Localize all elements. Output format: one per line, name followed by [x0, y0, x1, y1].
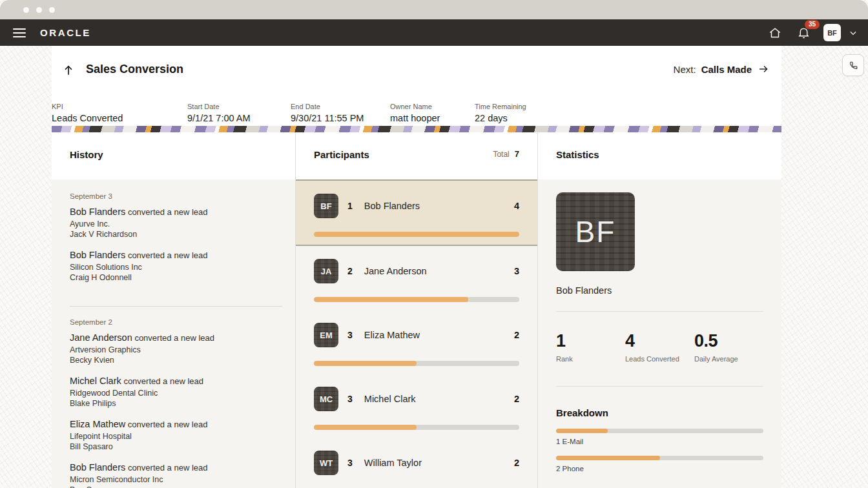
- participants-total-label: Total: [493, 150, 509, 159]
- stat-label: Leads Converted: [625, 355, 694, 363]
- history-entry-contact: Becky Kvien: [70, 355, 282, 365]
- stat-label: Rank: [556, 355, 625, 363]
- selected-participant-name: Bob Flanders: [556, 285, 763, 296]
- history-entry-action: Jane Anderson converted a new lead: [70, 332, 282, 343]
- participant-rank: 3: [347, 330, 353, 340]
- app-header: ORACLE 35 BF: [0, 19, 868, 46]
- history-title: History: [70, 149, 103, 160]
- breakdown-label: 1 E-Mail: [556, 438, 763, 445]
- history-entry-company: Micron Semiconductor Inc: [70, 474, 282, 485]
- stat-value: 4: [625, 331, 694, 351]
- breakdown-progress-track: [556, 456, 763, 460]
- chevron-down-icon: [849, 28, 858, 37]
- main-content: Sales Conversion Next: Calls Made KPI Le…: [52, 46, 781, 488]
- history-entry-company: Ridgewood Dental Clinic: [70, 388, 282, 398]
- breakdown-item: 2 Phone: [556, 456, 763, 473]
- participant-progress-fill: [314, 297, 468, 302]
- history-entry-company: Ayurve Inc.: [70, 219, 282, 229]
- window-close-dot[interactable]: [23, 7, 29, 13]
- participant-name: William Taylor: [364, 458, 422, 468]
- history-entry-action: Michel Clark converted a new lead: [70, 376, 282, 386]
- participant-score: 4: [514, 201, 519, 211]
- arrow-right-icon: [757, 63, 770, 75]
- participant-avatar: BF: [314, 194, 338, 218]
- kpi-field-label: Time Remaining: [475, 103, 526, 110]
- stat-item: 0.5 Daily Average: [694, 331, 763, 363]
- history-entry: Michel Clark converted a new lead Ridgew…: [70, 376, 282, 409]
- next-label: Next:: [674, 64, 696, 75]
- participant-progress-fill: [314, 425, 417, 430]
- participant-row[interactable]: WT 3 William Taylor 2: [296, 438, 537, 488]
- participant-score: 2: [514, 394, 519, 404]
- participant-row[interactable]: BF 1 Bob Flanders 4: [296, 179, 537, 246]
- history-entry-actor: Eliza Mathew: [70, 419, 125, 429]
- divider: [556, 311, 763, 312]
- history-entry-action: Bob Flanders converted a new lead: [70, 462, 282, 473]
- history-entry-actor: Bob Flanders: [70, 250, 125, 260]
- history-entry: Bob Flanders converted a new lead Micron…: [70, 462, 282, 488]
- phone-panel-tab[interactable]: [842, 54, 864, 76]
- history-entry-contact: Blake Philips: [70, 398, 282, 409]
- kpi-field-value: 9/1/21 7:00 AM: [187, 113, 251, 123]
- history-entry-verb: converted a new lead: [128, 463, 208, 473]
- window-maximize-dot[interactable]: [49, 7, 55, 13]
- history-entry-company: Artversion Graphics: [70, 345, 282, 355]
- history-entry-contact: Ben Swanson: [70, 485, 282, 488]
- history-entry: Bob Flanders converted a new lead Ayurve…: [70, 207, 282, 239]
- kpi-field-label: End Date: [291, 103, 364, 110]
- home-button[interactable]: [767, 25, 783, 41]
- participant-score: 2: [514, 458, 519, 468]
- participant-avatar: JA: [314, 259, 338, 283]
- history-entry: Bob Flanders converted a new lead Silico…: [70, 250, 282, 283]
- history-entry: Eliza Mathew converted a new lead Lifepo…: [70, 419, 282, 452]
- window-controls[interactable]: [23, 7, 55, 13]
- next-kpi-name: Calls Made: [701, 64, 752, 75]
- stat-label: Daily Average: [694, 355, 763, 363]
- participant-name: Bob Flanders: [364, 201, 420, 211]
- kpi-field-value: matt hooper: [390, 113, 440, 123]
- history-entry-actor: Bob Flanders: [70, 207, 125, 217]
- statistics-panel: Statistics BF Bob Flanders 1 Rank 4 Lead…: [538, 132, 781, 488]
- menu-icon[interactable]: [13, 28, 26, 37]
- browser-titlebar: [0, 0, 868, 19]
- kpi-field-label: KPI: [52, 103, 123, 110]
- participant-rank: 3: [347, 458, 353, 468]
- history-entry-verb: converted a new lead: [128, 420, 208, 429]
- history-date: September 3: [70, 192, 282, 200]
- history-entry: Jane Anderson converted a new lead Artve…: [70, 332, 282, 365]
- participant-rank: 1: [347, 201, 353, 211]
- history-entry-contact: Bill Spasaro: [70, 442, 282, 452]
- history-entry-action: Eliza Mathew converted a new lead: [70, 419, 282, 429]
- participant-name: Eliza Mathew: [364, 330, 420, 340]
- history-panel: History September 3 Bob Flanders convert…: [52, 132, 295, 488]
- next-kpi-link[interactable]: Next: Calls Made: [674, 63, 770, 75]
- participant-row[interactable]: MC 3 Michel Clark 2: [296, 374, 537, 438]
- notifications-button[interactable]: 35: [795, 25, 812, 41]
- decorative-banner: [52, 126, 781, 132]
- kpi-field-value: 22 days: [475, 113, 526, 123]
- history-entry-verb: converted a new lead: [128, 207, 208, 217]
- history-group: September 2 Jane Anderson converted a ne…: [70, 318, 282, 488]
- user-avatar[interactable]: BF: [823, 24, 841, 41]
- phone-icon: [848, 60, 859, 71]
- scroll-up-button[interactable]: [62, 63, 75, 80]
- user-menu-button[interactable]: [849, 28, 858, 37]
- page-title: Sales Conversion: [86, 63, 183, 76]
- participant-progress-fill: [314, 361, 417, 366]
- participant-row[interactable]: JA 2 Jane Anderson 3: [296, 246, 537, 310]
- breakdown-progress-fill: [556, 456, 660, 460]
- window-minimize-dot[interactable]: [36, 7, 42, 13]
- participant-row[interactable]: EM 3 Eliza Mathew 2: [296, 310, 537, 374]
- participant-score: 2: [514, 330, 519, 340]
- history-date: September 2: [70, 318, 282, 326]
- kpi-field-label: Owner Name: [390, 103, 440, 110]
- participant-name: Jane Anderson: [364, 266, 427, 276]
- stat-item: 1 Rank: [556, 331, 625, 363]
- statistics-title: Statistics: [556, 149, 599, 160]
- kpi-field: Start Date 9/1/21 7:00 AM: [187, 103, 251, 123]
- history-entry-company: Lifepoint Hospital: [70, 431, 282, 442]
- history-group: September 3 Bob Flanders converted a new…: [70, 192, 282, 307]
- history-entry-action: Bob Flanders converted a new lead: [70, 207, 282, 217]
- participant-rank: 2: [347, 266, 353, 276]
- kpi-field-value: 9/30/21 11:55 PM: [291, 113, 364, 123]
